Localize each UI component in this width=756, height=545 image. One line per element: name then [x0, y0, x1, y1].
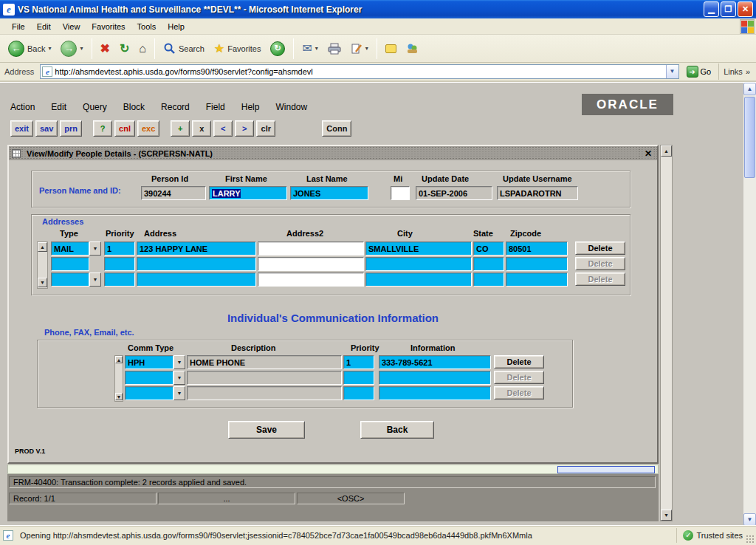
page-vertical-scrollbar[interactable]: ▲ ▼	[743, 83, 756, 526]
address-priority-field[interactable]	[104, 272, 135, 287]
address-type-field[interactable]	[51, 272, 89, 287]
refresh-button[interactable]: ↻	[116, 38, 133, 60]
forms-vertical-scrollbar[interactable]: ▲ ▼	[660, 145, 673, 521]
conn-button[interactable]: Conn	[322, 120, 351, 137]
zipcode-field[interactable]	[506, 272, 568, 287]
address-field[interactable]	[137, 272, 256, 287]
delete-comm-button[interactable]: Delete	[494, 355, 544, 369]
comm-information-field[interactable]	[379, 371, 491, 385]
add-record-button[interactable]: +	[171, 120, 190, 137]
scrollbar-thumb[interactable]	[744, 97, 755, 178]
scroll-down-button[interactable]: ▼	[38, 278, 47, 287]
address-dropdown-button[interactable]: ▼	[666, 65, 678, 78]
address2-field[interactable]	[258, 257, 364, 271]
links-bar[interactable]: Links »	[718, 64, 755, 80]
forward-dropdown-icon[interactable]: ▾	[80, 45, 83, 52]
city-field[interactable]	[365, 257, 472, 271]
menu-view[interactable]: View	[57, 20, 86, 33]
delete-address-button[interactable]: Delete	[575, 241, 625, 255]
remove-record-button[interactable]: x	[192, 120, 211, 137]
address-input[interactable]: e http://ahsmdevtest.aphis.usda.gov/form…	[40, 64, 678, 79]
edit-dropdown-icon[interactable]: ▾	[365, 45, 368, 52]
comm-type-field[interactable]	[125, 371, 173, 385]
media-button[interactable]: ↻	[267, 38, 289, 60]
save-button[interactable]: Save	[228, 421, 305, 439]
print-toolbar-button[interactable]: prn	[60, 120, 82, 137]
oracle-menu-record[interactable]: Record	[161, 102, 190, 112]
clear-button[interactable]: clr	[256, 120, 275, 137]
discuss-button[interactable]	[382, 38, 400, 60]
state-field[interactable]	[473, 272, 504, 287]
comm-priority-field[interactable]	[343, 371, 374, 385]
address-priority-field[interactable]: 1	[104, 241, 135, 256]
comm-information-field[interactable]: 333-789-5621	[379, 355, 491, 369]
address-type-field[interactable]: MAIL	[51, 241, 89, 256]
scroll-down-button[interactable]: ▼	[115, 393, 123, 400]
form-titlebar[interactable]: View/Modify People Details - (SCRPERSN-N…	[9, 146, 657, 160]
back-dropdown-icon[interactable]: ▾	[48, 45, 51, 52]
zipcode-field[interactable]: 80501	[506, 241, 568, 256]
city-field[interactable]: SMALLVILLE	[365, 241, 472, 256]
address-priority-field[interactable]	[104, 257, 135, 271]
mi-field[interactable]	[391, 186, 410, 200]
state-field[interactable]	[473, 257, 504, 271]
next-record-button[interactable]: >	[235, 120, 254, 137]
back-button-form[interactable]: Back	[360, 421, 434, 439]
oracle-menu-help[interactable]: Help	[241, 102, 260, 112]
close-button[interactable]: ✕	[738, 1, 753, 17]
home-button[interactable]: ⌂	[135, 38, 150, 60]
messenger-button[interactable]	[402, 38, 422, 60]
comm-information-field[interactable]	[379, 386, 491, 400]
print-button[interactable]	[324, 38, 345, 60]
stop-button[interactable]: ✖	[97, 38, 114, 60]
type-dropdown-button[interactable]: ▼	[89, 272, 101, 287]
zipcode-field[interactable]	[506, 257, 568, 271]
menu-edit[interactable]: Edit	[31, 20, 57, 33]
links-chevron-icon[interactable]: »	[746, 67, 750, 76]
forward-button[interactable]: → ▾	[57, 38, 86, 60]
scroll-up-button[interactable]: ▲	[38, 242, 47, 252]
scroll-up-button[interactable]: ▲	[661, 145, 672, 157]
cancel-toolbar-button[interactable]: cnl	[114, 120, 135, 137]
address2-field[interactable]	[258, 272, 364, 287]
address-type-field[interactable]	[51, 257, 89, 271]
previous-record-button[interactable]: <	[213, 120, 233, 137]
minimize-button[interactable]: ▁	[704, 1, 719, 17]
oracle-menu-window[interactable]: Window	[275, 102, 307, 112]
scroll-down-button[interactable]: ▼	[661, 510, 672, 521]
execute-toolbar-button[interactable]: exc	[137, 120, 159, 137]
address-field[interactable]: 123 HAPPY LANE	[137, 241, 256, 256]
comm-type-field[interactable]	[125, 386, 173, 400]
menu-favorites[interactable]: Favorites	[86, 20, 131, 33]
menu-help[interactable]: Help	[162, 20, 190, 33]
last-name-field[interactable]: JONES	[290, 186, 368, 200]
comm-priority-field[interactable]: 1	[343, 355, 374, 369]
scroll-down-button[interactable]: ▼	[743, 513, 756, 526]
state-field[interactable]: CO	[473, 241, 504, 256]
scroll-up-button[interactable]: ▲	[743, 83, 756, 95]
resize-grip[interactable]	[746, 535, 755, 544]
go-button[interactable]: ➜ Go	[682, 64, 716, 80]
mail-dropdown-icon[interactable]: ▾	[315, 45, 318, 52]
mail-button[interactable]: ✉ ▾	[298, 38, 321, 60]
maximize-button[interactable]: ❐	[721, 1, 736, 17]
oracle-menu-query[interactable]: Query	[83, 102, 107, 112]
scroll-up-button[interactable]: ▲	[115, 356, 123, 363]
oracle-menu-action[interactable]: Action	[10, 102, 35, 112]
type-dropdown-button[interactable]: ▼	[89, 241, 101, 256]
address2-field[interactable]	[258, 241, 364, 256]
search-button[interactable]: Search	[159, 38, 208, 60]
comm-type-dropdown-button[interactable]: ▼	[173, 355, 185, 369]
first-name-field[interactable]: LARRY	[209, 186, 287, 200]
save-toolbar-button[interactable]: sav	[35, 120, 58, 137]
form-close-icon[interactable]: ✕	[642, 148, 654, 159]
comm-type-field[interactable]: HPH	[125, 355, 173, 369]
comm-type-dropdown-button[interactable]: ▼	[173, 371, 185, 385]
oracle-menu-field[interactable]: Field	[206, 102, 225, 112]
help-toolbar-button[interactable]: ?	[93, 120, 112, 137]
address-field[interactable]	[137, 257, 256, 271]
back-button[interactable]: ← Back ▾	[4, 38, 55, 60]
oracle-menu-block[interactable]: Block	[123, 102, 145, 112]
menu-tools[interactable]: Tools	[131, 20, 162, 33]
menu-file[interactable]: File	[6, 20, 31, 33]
